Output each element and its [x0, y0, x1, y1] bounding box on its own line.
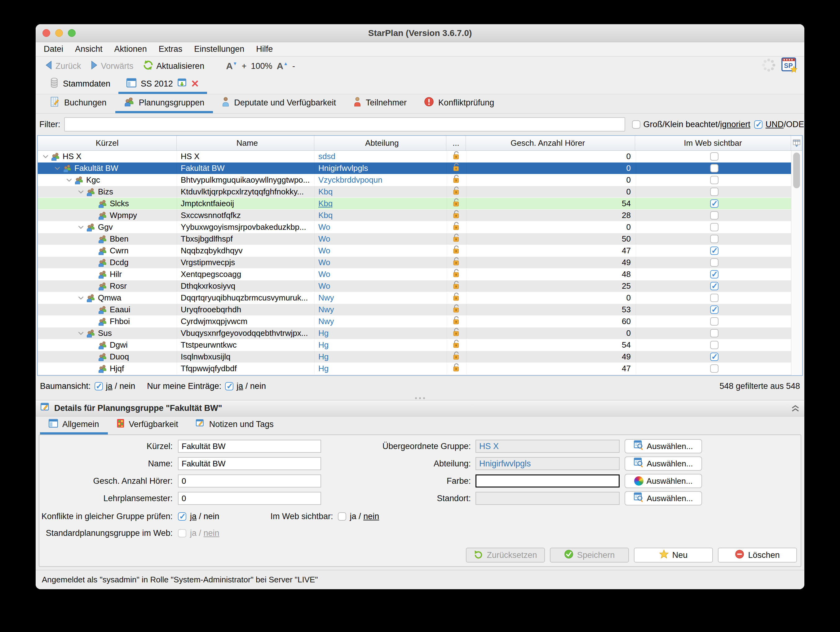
case-sensitive-checkbox[interactable]: [632, 120, 640, 129]
table-row[interactable]: Bben Tbxsjbgdlfhspf Wo 50: [38, 233, 792, 245]
collapse-details-icon[interactable]: [791, 405, 799, 412]
table-row[interactable]: Ggv Yybuxwgoyismsjrpovbakeduzkbp... Wo 0: [38, 222, 792, 233]
col-web[interactable]: Im Web sichtbar: [635, 136, 791, 150]
tab-ss-2012[interactable]: SS 2012 ✕: [118, 76, 207, 94]
font-larger-icon[interactable]: A▲: [277, 61, 288, 71]
tree-view-checkbox[interactable]: [95, 382, 103, 390]
web-visible-checkbox[interactable]: [710, 364, 718, 373]
table-row[interactable]: Wpmpy Sxccwsnnotfqfkz Kbq 28: [38, 210, 792, 222]
row-abteilung-link[interactable]: Kbq: [318, 199, 333, 208]
tab-allgemein[interactable]: Allgemein: [40, 417, 108, 434]
new-button[interactable]: Neu: [634, 548, 713, 562]
row-abteilung-link[interactable]: Kbq: [318, 211, 333, 220]
web-visible-checkbox[interactable]: [710, 176, 718, 184]
forward-button[interactable]: Vorwärts: [90, 61, 134, 71]
row-abteilung-link[interactable]: Wo: [318, 281, 330, 291]
table-row[interactable]: Eaaui Uryqfrooebqrhdh Nwy 53: [38, 304, 792, 316]
row-abteilung-link[interactable]: Hg: [318, 352, 328, 361]
tab-teilnehmer[interactable]: Teilnehmer: [345, 94, 415, 113]
table-row[interactable]: Sus Vbuqysxnrfgeyovodqqebthvtrwjpx... Hg…: [38, 328, 792, 339]
row-abteilung-link[interactable]: Nwy: [318, 317, 334, 326]
menu-item[interactable]: Hilfe: [256, 44, 273, 54]
refresh-button[interactable]: Aktualisieren: [143, 60, 205, 73]
web-visible-checkbox[interactable]: [710, 188, 718, 196]
vertical-scrollbar[interactable]: [791, 151, 802, 375]
web-visible-checkbox[interactable]: [710, 282, 718, 290]
web-visible-checkbox[interactable]: [710, 235, 718, 243]
kuerzel-field[interactable]: [178, 440, 321, 453]
choose-abteilung-button[interactable]: Auswählen...: [625, 456, 702, 471]
hoerer-field[interactable]: [178, 474, 321, 488]
table-row[interactable]: Bizs Ktduvlktjqrpkpcxlrzytqqfghfnokky...…: [38, 186, 792, 198]
web-visible-checkbox[interactable]: [710, 329, 718, 337]
web-visible-checkbox[interactable]: [710, 152, 718, 161]
save-button[interactable]: Speichern: [550, 548, 629, 562]
filter-input[interactable]: [64, 117, 625, 131]
expand-arrow-icon[interactable]: [52, 166, 63, 170]
choose-standort-button[interactable]: Auswählen...: [625, 491, 702, 505]
reset-button[interactable]: Zurücksetzen: [466, 548, 545, 562]
row-abteilung-link[interactable]: Hnigirfwvlpgls: [318, 163, 368, 173]
imweb-yes[interactable]: ja /: [350, 512, 361, 521]
row-abteilung-link[interactable]: Wo: [318, 258, 330, 267]
web-visible-checkbox[interactable]: [710, 306, 718, 314]
name-field[interactable]: [178, 457, 321, 470]
zoom-minus-label[interactable]: -: [292, 62, 295, 71]
scrollbar-thumb[interactable]: [793, 152, 800, 188]
table-row[interactable]: Qmwa Dqqrtqryuqibhuqzbrmcusvymuruk... Nw…: [38, 292, 792, 304]
table-row[interactable]: Dcdg Vrgstipmvecpjs Wo 49: [38, 257, 792, 269]
tab-stammdaten[interactable]: Stammdaten: [42, 76, 118, 94]
table-row[interactable]: Dgwi Ttstpeurwntkwc Hg 54: [38, 339, 792, 351]
row-abteilung-link[interactable]: Wo: [318, 269, 330, 279]
my-entries-yes[interactable]: ja: [237, 382, 243, 391]
choose-farbe-button[interactable]: Auswählen...: [625, 474, 702, 488]
tab-buchungen[interactable]: Buchungen: [42, 94, 115, 113]
standard-checkbox[interactable]: [178, 529, 186, 537]
semester-field[interactable]: [178, 492, 321, 505]
expand-arrow-icon[interactable]: [76, 190, 86, 194]
table-row[interactable]: Hilr Xentqpegscoagg Wo 48: [38, 269, 792, 280]
menu-item[interactable]: Extras: [159, 44, 183, 54]
tree-view-yes[interactable]: ja: [106, 382, 112, 391]
row-abteilung-link[interactable]: Nwy: [318, 305, 334, 314]
back-button[interactable]: Zurück: [45, 61, 81, 71]
detach-window-icon[interactable]: [177, 78, 186, 90]
row-abteilung-link[interactable]: Hg: [318, 364, 328, 373]
row-abteilung-link[interactable]: Hg: [318, 328, 328, 338]
imweb-checkbox[interactable]: [338, 512, 346, 521]
col-abteilung[interactable]: Abteilung: [314, 136, 446, 150]
konflikte-checkbox[interactable]: [178, 512, 186, 521]
col-lock[interactable]: ...: [446, 136, 466, 150]
table-row[interactable]: Slcks Jmptckntfaieoij Kbq 54: [38, 198, 792, 210]
web-visible-checkbox[interactable]: [710, 211, 718, 220]
table-row[interactable]: Cwrn Nqqbzqbykdhqyv Wo 47: [38, 245, 792, 257]
row-abteilung-link[interactable]: sdsd: [318, 152, 335, 161]
row-abteilung-link[interactable]: Nwy: [318, 293, 334, 303]
tab-planungsgruppen[interactable]: Planungsgruppen: [115, 94, 213, 113]
table-config-icon[interactable]: [791, 136, 802, 150]
expand-arrow-icon[interactable]: [76, 331, 86, 335]
menu-item[interactable]: Ansicht: [75, 44, 103, 54]
expand-arrow-icon[interactable]: [76, 296, 86, 300]
table-row[interactable]: Rosr Dthqkxrkosiyvq Wo 25: [38, 280, 792, 292]
andor-link[interactable]: UND: [766, 120, 784, 129]
row-abteilung-link[interactable]: Kbq: [318, 187, 333, 196]
table-row[interactable]: HS X HS X sdsd 0: [38, 151, 792, 163]
tab-konfliktpruefung[interactable]: Konfliktprüfung: [415, 94, 503, 113]
tab-notizen-tags[interactable]: Notizen und Tags: [187, 417, 283, 434]
tab-deputate[interactable]: Deputate und Verfügbarkeit: [213, 94, 345, 113]
expand-arrow-icon[interactable]: [40, 155, 51, 158]
web-visible-checkbox[interactable]: [710, 294, 718, 302]
col-kuerzel[interactable]: Kürzel: [38, 136, 177, 150]
table-row[interactable]: Duoq Isqlnwbxusijlq Hg 49: [38, 351, 792, 363]
panel-splitter-handle[interactable]: [36, 396, 804, 400]
web-visible-checkbox[interactable]: [710, 353, 718, 361]
menu-item[interactable]: Aktionen: [114, 44, 147, 54]
choose-parent-group-button[interactable]: Auswählen...: [625, 439, 702, 453]
col-name[interactable]: Name: [177, 136, 314, 150]
row-abteilung-link[interactable]: Vzyckbrddvpoqun: [318, 175, 382, 185]
row-abteilung-link[interactable]: Wo: [318, 234, 330, 244]
table-row[interactable]: Kgc Bhtvypulkmguquikaoywllnyggtwpo... Vz…: [38, 174, 792, 186]
expand-arrow-icon[interactable]: [64, 178, 74, 182]
my-entries-checkbox[interactable]: [225, 382, 234, 390]
